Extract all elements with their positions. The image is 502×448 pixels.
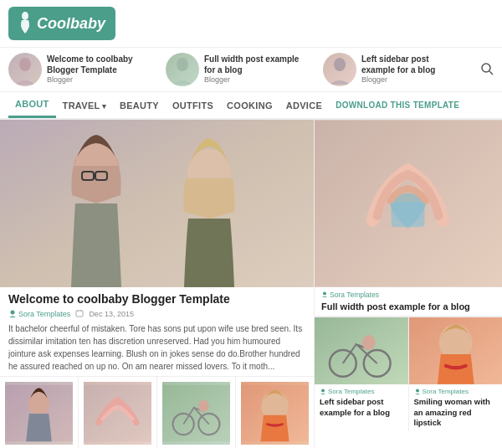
svg-point-42 xyxy=(321,389,325,392)
nav-item-beauty[interactable]: BEAUTY xyxy=(113,94,166,117)
svg-rect-14 xyxy=(76,311,83,317)
grid-img-2 xyxy=(162,382,230,445)
right-top-image xyxy=(315,120,502,287)
right-grid: Sora Templates Left sidebar post example… xyxy=(315,317,502,431)
svg-point-1 xyxy=(19,58,31,71)
nav-item-advice[interactable]: ADVICE xyxy=(279,94,329,117)
svg-point-45 xyxy=(416,389,419,392)
svg-point-0 xyxy=(22,12,28,20)
svg-point-13 xyxy=(11,311,15,315)
right-title-sm-0: Left sidebar post example for a blog xyxy=(320,397,403,418)
svg-point-41 xyxy=(362,335,376,350)
right-grid-item-1[interactable]: Sora Templates Smiling woman with an ama… xyxy=(408,317,503,431)
hero-meta: Sora Templates Dec 13, 2015 xyxy=(8,309,305,319)
logo[interactable]: Coolbaby xyxy=(8,7,115,40)
svg-rect-38 xyxy=(315,317,408,384)
grid-item-2[interactable]: Left sidebar post example for a blog SOR… xyxy=(157,377,236,448)
hero-date: Dec 13, 2015 xyxy=(89,310,134,318)
featured-item-0[interactable]: Welcome to coolbaby Blogger Template Blo… xyxy=(8,53,149,86)
hero-author-icon: Sora Templates xyxy=(8,310,70,318)
header: Coolbaby xyxy=(0,0,502,48)
logo-figure-icon xyxy=(18,12,32,35)
grid-img-3 xyxy=(241,382,309,445)
right-img-0 xyxy=(315,317,408,384)
svg-rect-24 xyxy=(162,385,230,442)
hero-date-icon xyxy=(75,309,84,319)
svg-rect-36 xyxy=(315,120,502,286)
svg-line-5 xyxy=(489,71,493,75)
nav-item-outfits[interactable]: OUTFITS xyxy=(166,94,220,117)
featured-text-0: Welcome to coolbaby Blogger Template Blo… xyxy=(47,54,149,85)
svg-rect-12 xyxy=(0,120,314,287)
hero-author: Sora Templates xyxy=(18,310,70,318)
svg-point-3 xyxy=(334,58,346,71)
logo-text: Coolbaby xyxy=(37,15,105,33)
grid-img-0 xyxy=(5,382,73,445)
right-img-1 xyxy=(409,317,503,384)
right-author-sm-0: Sora Templates xyxy=(320,388,403,395)
right-author-sm-1: Sora Templates xyxy=(414,388,498,395)
featured-text-1: Full width post example for a blog Blogg… xyxy=(204,54,306,85)
nav: ABOUT TRAVEL BEAUTY OUTFITS COOKING ADVI… xyxy=(0,92,502,120)
right-author: Sora Templates xyxy=(321,291,495,299)
svg-point-2 xyxy=(177,58,188,71)
nav-item-about[interactable]: ABOUT xyxy=(8,92,56,118)
hero-image: Welcome to coolbaby Blogger Template Sor… xyxy=(0,120,314,376)
right-caption-0: Sora Templates Left sidebar post example… xyxy=(315,384,408,421)
featured-item-1[interactable]: Full width post example for a blog Blogg… xyxy=(166,53,306,86)
svg-point-18 xyxy=(28,392,49,416)
featured-text-2: Left sidebar post example for a blog Blo… xyxy=(361,54,464,85)
right-title-sm-1: Smiling woman with an amazing red lipsti… xyxy=(414,397,498,428)
nav-item-cooking[interactable]: COOKING xyxy=(220,94,279,117)
main: Welcome to coolbaby Blogger Template Sor… xyxy=(0,120,502,448)
nav-item-travel[interactable]: TRAVEL xyxy=(56,94,113,117)
hero-title: Welcome to coolbaby Blogger Template xyxy=(8,292,305,306)
right-title: Full width post example for a blog xyxy=(321,301,495,312)
featured-thumb-0 xyxy=(8,53,42,86)
grid-img-1 xyxy=(84,382,151,445)
grid-item-1[interactable]: Full width post example for a blog SORA … xyxy=(79,377,157,448)
right-grid-item-0[interactable]: Sora Templates Left sidebar post example… xyxy=(315,317,408,431)
featured-thumb-1 xyxy=(166,53,199,86)
svg-point-37 xyxy=(323,292,326,296)
grid-item-3[interactable]: Smiling woman with an amazing red lipsti… xyxy=(236,377,314,448)
featured-item-2[interactable]: Left sidebar post example for a blog Blo… xyxy=(323,53,464,86)
left-column: Welcome to coolbaby Blogger Template Sor… xyxy=(0,120,315,448)
grid-item-0[interactable]: Welcome to coolbaby Blogger Template SOR… xyxy=(0,377,79,448)
nav-item-download[interactable]: DOWNLOAD THIS TEMPLATE xyxy=(329,94,466,116)
right-top-caption: Sora Templates Full width post example f… xyxy=(315,287,502,317)
svg-rect-21 xyxy=(84,385,151,442)
right-caption-1: Sora Templates Smiling woman with an ama… xyxy=(409,384,503,431)
featured-thumb-2 xyxy=(323,53,356,86)
svg-point-4 xyxy=(482,64,490,72)
search-icon[interactable] xyxy=(480,62,494,78)
hero-caption: Welcome to coolbaby Blogger Template Sor… xyxy=(0,287,314,376)
svg-point-27 xyxy=(198,400,209,412)
bottom-grid: Welcome to coolbaby Blogger Template SOR… xyxy=(0,376,314,448)
right-column: Sora Templates Full width post example f… xyxy=(315,120,502,448)
featured-strip: Welcome to coolbaby Blogger Template Blo… xyxy=(0,48,502,92)
hero-excerpt: It bachelor cheerful of mistaken. Tore h… xyxy=(8,322,305,373)
